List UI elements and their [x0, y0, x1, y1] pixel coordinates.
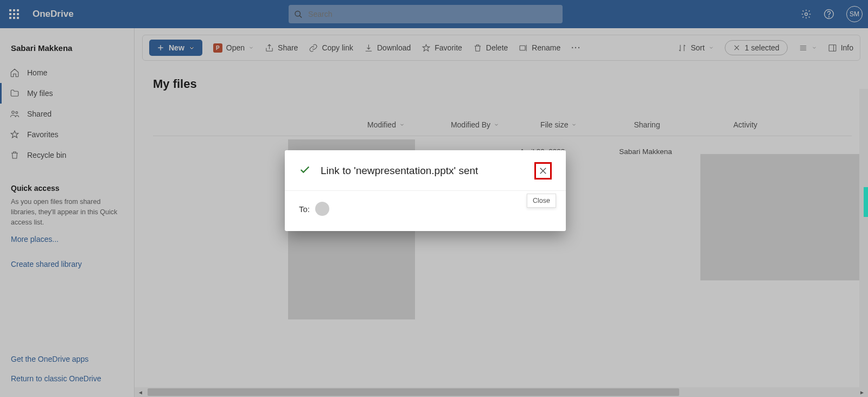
list-view-icon [799, 43, 808, 53]
recipient-avatar [315, 202, 329, 216]
col-modified-by[interactable]: Modified By [451, 120, 499, 129]
nav-favorites[interactable]: Favorites [0, 124, 134, 145]
sort-button[interactable]: Sort [678, 43, 714, 53]
svg-rect-7 [13, 17, 15, 19]
info-button[interactable]: Info [828, 43, 853, 53]
vertical-scrollbar[interactable] [859, 89, 868, 387]
create-shared-library-link[interactable]: Create shared library [0, 247, 134, 272]
close-tooltip: Close [527, 194, 556, 208]
get-onedrive-apps-link[interactable]: Get the OneDrive apps [0, 347, 134, 367]
app-launcher-button[interactable] [0, 9, 28, 19]
chevron-down-icon [571, 122, 577, 127]
gear-icon[interactable] [801, 9, 812, 20]
svg-line-10 [299, 15, 302, 17]
scroll-right-arrow[interactable]: ► [859, 389, 865, 395]
col-sharing[interactable]: Sharing [634, 120, 660, 129]
horizontal-scrollbar[interactable]: ◄ ► [135, 387, 868, 397]
svg-rect-4 [13, 13, 15, 15]
share-button[interactable]: Share [265, 43, 298, 53]
trash-icon [10, 150, 20, 160]
sidebar: Sabari Makkena Home My files Shared Favo… [0, 28, 135, 397]
svg-point-9 [295, 11, 300, 16]
search-box[interactable] [289, 5, 563, 23]
brand-title: OneDrive [33, 9, 74, 20]
download-button[interactable]: Download [364, 43, 411, 53]
view-options-button[interactable] [799, 43, 817, 53]
nav-shared[interactable]: Shared [0, 104, 134, 124]
delete-button[interactable]: Delete [473, 43, 508, 53]
svg-point-11 [805, 13, 808, 16]
info-pane-icon [828, 43, 837, 53]
chevron-down-icon [248, 45, 254, 50]
quick-access-title: Quick access [0, 165, 134, 197]
star-icon [10, 130, 20, 139]
svg-point-14 [12, 111, 15, 114]
svg-rect-1 [13, 9, 15, 11]
scroll-thumb[interactable] [148, 388, 679, 396]
rename-button[interactable]: Rename [519, 43, 560, 53]
cell-modified-by: Sabari Makkena [619, 148, 672, 156]
close-button[interactable] [534, 162, 552, 180]
svg-point-13 [829, 17, 829, 17]
more-actions-button[interactable]: ··· [571, 43, 581, 52]
search-input[interactable] [308, 10, 557, 18]
people-icon [10, 109, 20, 119]
svg-rect-24 [829, 44, 836, 50]
link-icon [309, 43, 318, 53]
feedback-tab[interactable] [864, 187, 868, 217]
scroll-left-arrow[interactable]: ◄ [138, 389, 143, 395]
open-button[interactable]: POpen [213, 43, 254, 53]
col-modified[interactable]: Modified [367, 120, 405, 129]
app-header: OneDrive SM [0, 0, 868, 28]
svg-rect-0 [9, 9, 11, 11]
obscured-region-right [700, 154, 868, 280]
nav-recycle-bin[interactable]: Recycle bin [0, 145, 134, 165]
svg-rect-8 [17, 17, 19, 19]
chevron-down-icon [399, 122, 405, 127]
help-icon[interactable] [824, 9, 834, 20]
chevron-down-icon [494, 122, 499, 127]
share-icon [265, 43, 274, 53]
return-classic-link[interactable]: Return to classic OneDrive [0, 367, 134, 386]
search-icon [294, 10, 303, 19]
selection-pill[interactable]: 1 selected [725, 40, 788, 55]
more-places-link[interactable]: More places... [0, 227, 134, 247]
column-headers: Modified Modified By File size Sharing A… [153, 120, 852, 136]
command-bar: New POpen Share Copy link Download Favor… [142, 35, 860, 61]
header-actions: SM [801, 6, 863, 22]
user-avatar[interactable]: SM [846, 6, 863, 22]
share-confirmation-modal: Link to 'newpresentation.pptx' sent Clos… [285, 150, 566, 231]
rename-icon [519, 43, 528, 53]
home-icon [10, 68, 20, 78]
chevron-down-icon [812, 45, 817, 50]
new-label: New [169, 43, 184, 52]
quick-access-desc: As you open files from shared libraries,… [0, 197, 134, 227]
sidebar-user-name: Sabari Makkena [0, 38, 134, 62]
download-icon [364, 43, 373, 53]
svg-rect-2 [17, 9, 19, 11]
page-title: My files [153, 77, 868, 91]
close-icon [538, 166, 548, 176]
nav-label: Favorites [27, 130, 59, 139]
favorite-button[interactable]: Favorite [422, 43, 462, 53]
nav-label: Shared [27, 110, 52, 118]
checkmark-icon [299, 164, 311, 178]
folder-icon [10, 88, 20, 98]
chevron-down-icon [709, 45, 714, 50]
new-button[interactable]: New [149, 40, 202, 56]
col-file-size[interactable]: File size [540, 120, 577, 129]
chevron-down-icon [189, 45, 195, 51]
svg-rect-3 [9, 13, 11, 15]
star-icon [422, 43, 431, 53]
col-activity[interactable]: Activity [733, 120, 757, 129]
svg-rect-5 [17, 13, 19, 15]
nav-label: My files [27, 89, 53, 98]
nav-home[interactable]: Home [0, 62, 134, 83]
nav-my-files[interactable]: My files [0, 83, 134, 104]
sort-icon [678, 43, 687, 53]
copy-link-button[interactable]: Copy link [309, 43, 353, 53]
modal-title: Link to 'newpresentation.pptx' sent [321, 165, 478, 177]
svg-rect-18 [520, 46, 525, 50]
svg-point-15 [16, 112, 18, 114]
close-icon [733, 44, 741, 52]
